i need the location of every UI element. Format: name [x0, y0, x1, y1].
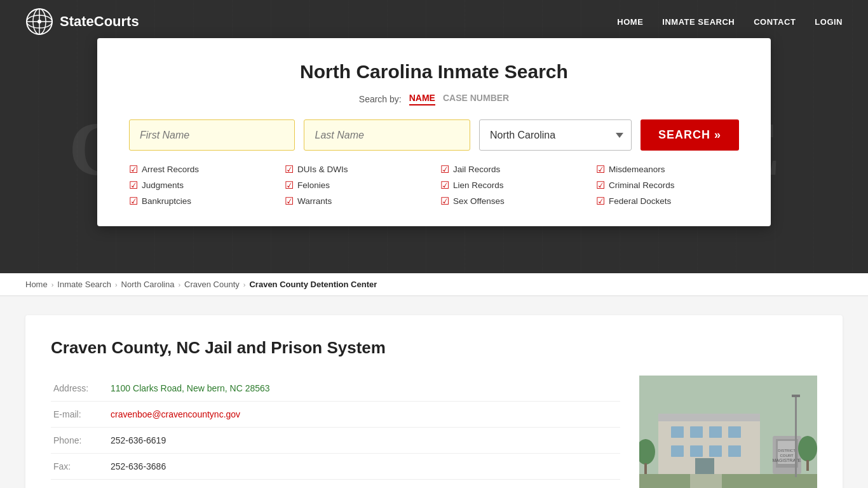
check-icon: ☑: [596, 179, 605, 191]
email-row: E-mail: cravenboe@cravencountync.gov: [51, 402, 620, 428]
check-label: Jail Records: [453, 165, 500, 174]
check-icon: ☑: [129, 195, 138, 207]
content-card: Craven County, NC Jail and Prison System…: [25, 315, 843, 488]
check-label: Warrants: [297, 196, 332, 206]
search-button[interactable]: SEARCH »: [641, 119, 739, 151]
check-felonies: ☑ Felonies: [285, 179, 428, 191]
facility-info: Address: 1100 Clarks Road, New bern, NC …: [51, 376, 620, 488]
check-icon: ☑: [440, 163, 449, 175]
fax-row: Fax: 252-636-3686: [51, 454, 620, 480]
nav-login[interactable]: LOGIN: [815, 17, 843, 27]
facility-title: Craven County, NC Jail and Prison System: [51, 338, 817, 358]
check-warrants: ☑ Warrants: [285, 195, 428, 207]
breadcrumb-sep-2: ›: [115, 281, 118, 288]
svg-rect-13: [728, 426, 741, 438]
nav-contact[interactable]: CONTACT: [754, 17, 796, 27]
check-icon: ☑: [129, 179, 138, 191]
checks-grid: ☑ Arrest Records ☑ DUIs & DWIs ☑ Jail Re…: [129, 163, 739, 207]
svg-text:MAGISTRATE: MAGISTRATE: [773, 458, 801, 463]
address-label: Address:: [51, 376, 108, 402]
check-lien-records: ☑ Lien Records: [440, 179, 583, 191]
svg-rect-26: [792, 395, 800, 397]
check-icon: ☑: [129, 163, 138, 175]
svg-rect-15: [690, 445, 703, 457]
check-icon: ☑: [440, 179, 449, 191]
check-bankruptcies: ☑ Bankruptcies: [129, 195, 272, 207]
svg-rect-25: [795, 395, 797, 477]
tab-case-number[interactable]: CASE NUMBER: [443, 93, 509, 105]
site-name: StateCourts: [60, 13, 139, 30]
check-icon: ☑: [596, 195, 605, 207]
check-misdemeanors: ☑ Misdemeanors: [596, 163, 739, 175]
hero-section: COURTHOUSE StateCourts HOME INMATE SEARC…: [0, 0, 868, 273]
breadcrumb-county[interactable]: Craven County: [184, 280, 240, 289]
check-label: Misdemeanors: [609, 165, 665, 174]
breadcrumb-nc[interactable]: North Carolina: [121, 280, 175, 289]
nav-inmate-search[interactable]: INMATE SEARCH: [662, 17, 735, 27]
breadcrumb-current: Craven County Detention Center: [249, 280, 377, 289]
svg-rect-17: [728, 445, 741, 457]
svg-rect-12: [709, 426, 722, 438]
logo-link[interactable]: StateCourts: [25, 8, 139, 36]
phone-value: 252-636-6619: [108, 428, 620, 454]
check-duis-dwis: ☑ DUIs & DWIs: [285, 163, 428, 175]
svg-rect-30: [806, 460, 809, 471]
svg-rect-31: [690, 474, 722, 488]
search-inputs-row: North Carolina SEARCH »: [129, 119, 739, 151]
check-icon: ☑: [596, 163, 605, 175]
logo-icon: [25, 8, 53, 36]
breadcrumb: Home › Inmate Search › North Carolina › …: [0, 273, 868, 296]
check-arrest-records: ☑ Arrest Records: [129, 163, 272, 175]
check-criminal-records: ☑ Criminal Records: [596, 179, 739, 191]
breadcrumb-sep-4: ›: [243, 281, 246, 288]
check-icon: ☑: [440, 195, 449, 207]
facility-image-container: DISTRICT COURT MAGISTRATE: [639, 376, 817, 488]
check-label: Judgments: [142, 180, 184, 190]
tab-name[interactable]: NAME: [409, 93, 435, 105]
svg-rect-9: [658, 414, 760, 421]
fax-value: 252-636-3686: [108, 454, 620, 480]
nav-home[interactable]: HOME: [617, 17, 643, 27]
check-icon: ☑: [285, 195, 294, 207]
website-value: https://www.cravencountync.gov/297/Jail-…: [108, 480, 620, 489]
svg-text:COURT: COURT: [780, 454, 794, 458]
search-by-label: Search by:: [359, 94, 402, 104]
svg-rect-7: [639, 474, 817, 488]
check-icon: ☑: [285, 163, 294, 175]
svg-rect-14: [671, 445, 684, 457]
phone-row: Phone: 252-636-6619: [51, 428, 620, 454]
breadcrumb-sep-1: ›: [51, 281, 54, 288]
svg-rect-16: [709, 445, 722, 457]
fax-label: Fax:: [51, 454, 108, 480]
svg-point-29: [798, 436, 817, 461]
check-judgments: ☑ Judgments: [129, 179, 272, 191]
search-by-row: Search by: NAME CASE NUMBER: [129, 93, 739, 105]
check-label: Federal Dockets: [609, 196, 671, 206]
nav-links: HOME INMATE SEARCH CONTACT LOGIN: [617, 17, 843, 27]
breadcrumb-inmate-search[interactable]: Inmate Search: [57, 280, 111, 289]
email-link[interactable]: cravenboe@cravencountync.gov: [111, 409, 240, 419]
content-layout: Address: 1100 Clarks Road, New bern, NC …: [51, 376, 817, 488]
breadcrumb-home[interactable]: Home: [25, 280, 48, 289]
last-name-input[interactable]: [304, 119, 470, 151]
check-label: Arrest Records: [142, 165, 199, 174]
top-navigation: StateCourts HOME INMATE SEARCH CONTACT L…: [0, 0, 868, 43]
breadcrumb-sep-3: ›: [178, 281, 180, 288]
info-table: Address: 1100 Clarks Road, New bern, NC …: [51, 376, 620, 488]
main-content: Craven County, NC Jail and Prison System…: [0, 296, 868, 488]
address-value: 1100 Clarks Road, New bern, NC 28563: [108, 376, 620, 402]
check-label: Criminal Records: [609, 180, 675, 190]
check-label: Sex Offenses: [453, 196, 505, 206]
search-title: North Carolina Inmate Search: [129, 61, 739, 83]
svg-rect-18: [695, 458, 714, 474]
email-value: cravenboe@cravencountync.gov: [108, 402, 620, 428]
email-label: E-mail:: [51, 402, 108, 428]
first-name-input[interactable]: [129, 119, 295, 151]
check-jail-records: ☑ Jail Records: [440, 163, 583, 175]
svg-rect-28: [644, 463, 647, 474]
state-select[interactable]: North Carolina: [479, 119, 632, 151]
address-row: Address: 1100 Clarks Road, New bern, NC …: [51, 376, 620, 402]
website-label: Website:: [51, 480, 108, 489]
check-label: Lien Records: [453, 180, 504, 190]
svg-rect-11: [690, 426, 703, 438]
